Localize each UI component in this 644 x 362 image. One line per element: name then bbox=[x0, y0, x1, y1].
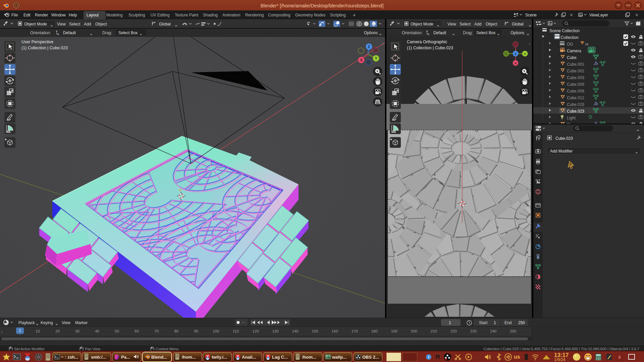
svg-text:Y: Y bbox=[375, 57, 377, 60]
svg-text:(1) Collection | Cube.023: (1) Collection | Cube.023 bbox=[407, 46, 453, 50]
svg-text:X: X bbox=[515, 61, 517, 65]
svg-text:‹: ‹ bbox=[382, 42, 383, 46]
svg-text:Z: Z bbox=[515, 52, 517, 56]
svg-text:Camera Orthographic: Camera Orthographic bbox=[407, 40, 447, 44]
svg-text:a: a bbox=[619, 355, 621, 359]
svg-text:Z: Z bbox=[368, 45, 370, 49]
svg-text:(1) Collection | Cube.023: (1) Collection | Cube.023 bbox=[21, 46, 68, 50]
svg-text:X: X bbox=[360, 58, 363, 62]
svg-text:Y: Y bbox=[524, 52, 526, 56]
svg-text:User Perspective: User Perspective bbox=[21, 40, 53, 44]
svg-text:10: 10 bbox=[585, 43, 588, 46]
svg-text:i: i bbox=[428, 355, 429, 359]
svg-text:‹: ‹ bbox=[529, 42, 530, 46]
